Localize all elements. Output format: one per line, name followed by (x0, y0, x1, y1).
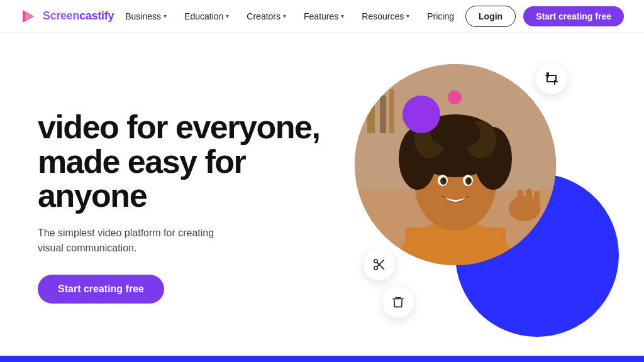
nav-cta-button[interactable]: Start creating free (523, 6, 624, 26)
hero-headline: video for everyone, made easy for anyone (38, 110, 327, 213)
navbar: Screencastify Business ▾ Education ▾ Cre… (0, 0, 644, 33)
crop-icon (545, 72, 558, 85)
nav-label-resources: Resources (362, 11, 404, 21)
nav-label-business: Business (125, 11, 161, 21)
svg-point-22 (468, 179, 470, 182)
svg-point-21 (443, 179, 445, 182)
trash-icon (391, 295, 405, 309)
hero-right (327, 58, 606, 356)
svg-rect-26 (534, 191, 540, 212)
nav-item-creators[interactable]: Creators ▾ (247, 11, 286, 21)
nav-item-business[interactable]: Business ▾ (125, 11, 167, 21)
svg-rect-24 (517, 190, 523, 212)
deco-circle-purple (402, 96, 440, 133)
nav-item-features[interactable]: Features ▾ (304, 11, 344, 21)
chevron-down-icon: ▾ (406, 13, 409, 19)
nav-item-pricing[interactable]: Pricing (427, 11, 454, 21)
svg-rect-4 (367, 83, 375, 133)
svg-rect-5 (380, 96, 386, 133)
logo[interactable]: Screencastify (20, 8, 114, 25)
logo-text: Screencastify (43, 9, 114, 23)
scissors-icon (372, 258, 386, 272)
chevron-down-icon: ▾ (164, 13, 167, 19)
login-button[interactable]: Login (465, 6, 516, 27)
nav-label-features: Features (304, 11, 338, 21)
nav-label-creators: Creators (247, 11, 280, 21)
hero-cta-button[interactable]: Start creating free (38, 275, 164, 304)
trash-icon-button[interactable] (382, 287, 414, 318)
deco-circle-pink (448, 90, 462, 104)
logo-icon (20, 8, 38, 25)
chevron-down-icon: ▾ (283, 13, 286, 19)
nav-item-education[interactable]: Education ▾ (184, 11, 229, 21)
nav-actions: Login Start creating free (465, 6, 624, 27)
chevron-down-icon: ▾ (226, 13, 229, 19)
nav-label-education: Education (184, 11, 223, 21)
bottom-bar (0, 356, 644, 362)
hero-section: video for everyone, made easy for anyone… (0, 33, 644, 356)
svg-rect-25 (526, 189, 532, 212)
crop-icon-button[interactable] (536, 63, 567, 94)
nav-item-resources[interactable]: Resources ▾ (362, 11, 409, 21)
svg-rect-6 (389, 89, 394, 133)
chevron-down-icon: ▾ (341, 13, 344, 19)
scissors-icon-button[interactable] (364, 249, 395, 280)
hero-left: video for everyone, made easy for anyone… (38, 110, 327, 304)
nav-label-pricing: Pricing (427, 11, 454, 21)
nav-links: Business ▾ Education ▾ Creators ▾ Featur… (125, 11, 454, 21)
hero-subtext: The simplest video platform for creating… (38, 226, 239, 256)
